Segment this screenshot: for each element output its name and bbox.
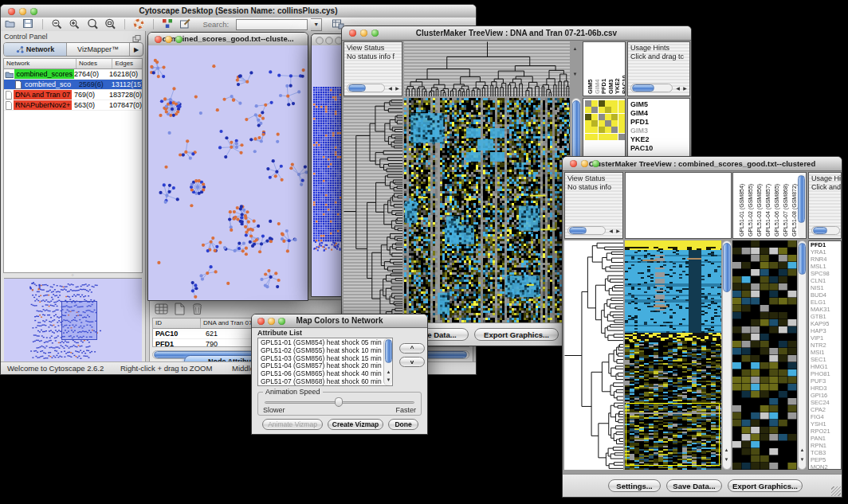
scroll-left-button[interactable]: ◀ <box>387 85 394 92</box>
view-status-hscrollbar[interactable] <box>347 84 385 92</box>
heatmap-global[interactable] <box>625 240 721 470</box>
matrix-cell[interactable] <box>618 114 625 120</box>
help-lifesaver-icon[interactable] <box>132 18 147 30</box>
row-dendrogram[interactable] <box>564 240 623 470</box>
matrix-cell[interactable] <box>585 127 591 133</box>
gene-label[interactable]: MSL1 <box>809 263 841 270</box>
network-row[interactable]: combined_scores 2764(0) 16218(0) <box>4 69 142 80</box>
matrix-cell[interactable] <box>605 127 611 133</box>
gene-label[interactable]: VIP1 <box>809 334 841 342</box>
row-label[interactable]: GIM5 <box>628 99 689 109</box>
animate-vizmap-button[interactable]: Animate Vizmap <box>262 419 323 430</box>
gene-label[interactable]: SEC1 <box>809 356 841 363</box>
attribute-item[interactable]: GPL51-03 (GSM856) heat shock 15 min <box>258 355 392 363</box>
table-grid-icon[interactable] <box>154 303 168 315</box>
scroll-down-button[interactable]: ▼ <box>723 456 730 463</box>
matrix-cell[interactable] <box>618 127 625 133</box>
matrix-cell[interactable] <box>585 134 591 140</box>
gene-label[interactable]: HRD3 <box>809 385 841 392</box>
minimize-button[interactable] <box>325 37 333 45</box>
matrix-cell[interactable] <box>611 100 618 107</box>
matrix-cell[interactable] <box>599 127 605 133</box>
gene-label[interactable]: PEP5 <box>809 456 841 463</box>
zoom-button[interactable] <box>592 160 599 167</box>
annotation-icon[interactable] <box>179 18 193 30</box>
matrix-cell[interactable] <box>618 134 625 140</box>
zoom-in-icon[interactable] <box>68 18 82 30</box>
matrix-cell[interactable] <box>599 100 605 107</box>
scroll-right-button[interactable]: ▶ <box>614 228 622 234</box>
gene-label[interactable]: RPO21 <box>809 428 841 435</box>
scroll-up-button[interactable]: ▲ <box>385 369 392 375</box>
trash-icon[interactable] <box>190 303 204 315</box>
gene-label[interactable]: MAK31 <box>809 306 841 313</box>
gene-label[interactable]: BUD4 <box>809 291 841 299</box>
save-data-button[interactable]: Save Data... <box>666 479 722 492</box>
new-page-icon[interactable] <box>172 303 186 315</box>
open-file-icon[interactable] <box>3 18 18 30</box>
zoom-button[interactable] <box>30 8 37 15</box>
attribute-item[interactable]: GPL51-01 (GSM854) heat shock 05 min <box>258 338 392 347</box>
matrix-cell[interactable] <box>591 100 598 107</box>
gene-label[interactable]: MON2 <box>809 463 841 470</box>
tab-network[interactable]: Network <box>4 43 67 56</box>
gene-label[interactable]: ELG1 <box>809 299 841 306</box>
matrix-cell[interactable] <box>591 127 598 133</box>
matrix-cell[interactable] <box>605 134 611 140</box>
matrix-cell[interactable] <box>585 107 591 113</box>
gene-label[interactable]: SPC98 <box>809 270 841 277</box>
matrix-cell[interactable] <box>618 120 625 127</box>
zoom-button[interactable] <box>278 318 285 325</box>
close-button[interactable] <box>349 29 356 37</box>
matrix-cell[interactable] <box>599 114 605 120</box>
row-label[interactable]: GIM4 <box>628 109 689 118</box>
network-row-selected[interactable]: combined_sco 2569(6) 13112(15) <box>4 80 142 90</box>
matrix-cell[interactable] <box>599 134 605 140</box>
list-vscrollbar[interactable]: ▲ ▼ <box>383 338 392 385</box>
detail-matrix-panel[interactable] <box>583 98 626 141</box>
matrix-cell[interactable] <box>591 120 598 127</box>
minimize-button[interactable] <box>19 8 26 15</box>
move-up-button[interactable]: ^ <box>399 343 425 354</box>
global-vscrollbar[interactable]: ▲ ▼ <box>722 240 732 470</box>
row-label[interactable]: YKE2 <box>628 135 689 144</box>
export-graphics-button[interactable]: Export Graphics... <box>728 479 803 492</box>
matrix-cell[interactable] <box>585 114 591 120</box>
network-row[interactable]: DNA and Tran 07 769(0) 183728(0) <box>4 90 142 100</box>
matrix-cell[interactable] <box>611 134 618 140</box>
column-dendrogram[interactable] <box>404 41 570 96</box>
heatmap-detail[interactable] <box>732 240 797 470</box>
labels-vscrollbar[interactable] <box>798 174 807 238</box>
vizmapper-icon[interactable] <box>161 18 175 30</box>
minimize-button[interactable] <box>581 160 588 167</box>
matrix-cell[interactable] <box>618 100 625 107</box>
attribute-item[interactable]: GPL51-06 (GSM865) heat shock 40 min <box>258 370 392 378</box>
matrix-cell[interactable] <box>611 120 618 127</box>
close-button[interactable] <box>155 36 162 43</box>
gene-label[interactable]: PFD1 <box>809 241 841 248</box>
row-label[interactable]: GIM3 <box>628 127 689 135</box>
scroll-down-button[interactable]: ▼ <box>385 377 392 383</box>
gene-label[interactable]: YSH1 <box>809 420 841 428</box>
matrix-cell[interactable] <box>591 134 598 140</box>
gene-label[interactable]: TCB3 <box>809 449 841 456</box>
network-overview-thumbnail[interactable] <box>4 278 142 365</box>
close-button[interactable] <box>570 160 577 167</box>
matrix-cell[interactable] <box>585 120 591 127</box>
scroll-right-button[interactable]: ▶ <box>394 85 401 92</box>
matrix-cell[interactable] <box>605 120 611 127</box>
gene-label[interactable]: YRA1 <box>809 248 841 256</box>
scroll-down-button[interactable]: ▼ <box>571 71 579 77</box>
attribute-listbox[interactable]: GPL51-01 (GSM854) heat shock 05 min GPL5… <box>257 338 393 386</box>
minimize-button[interactable] <box>165 36 172 43</box>
usage-hints-hscrollbar[interactable] <box>811 226 840 235</box>
gene-label[interactable]: MSI1 <box>809 349 841 356</box>
gene-label[interactable]: PHO81 <box>809 370 841 377</box>
gene-label[interactable]: CLN1 <box>809 277 841 284</box>
zoom-button[interactable] <box>371 29 379 37</box>
scroll-up-button[interactable]: ▲ <box>723 447 730 453</box>
main-titlebar[interactable]: Cytoscape Desktop (Session Name: collins… <box>1 5 476 18</box>
gene-label[interactable]: GPI16 <box>809 392 841 399</box>
zoom-fit-icon[interactable] <box>104 18 118 30</box>
speed-slider-thumb[interactable] <box>335 397 343 407</box>
